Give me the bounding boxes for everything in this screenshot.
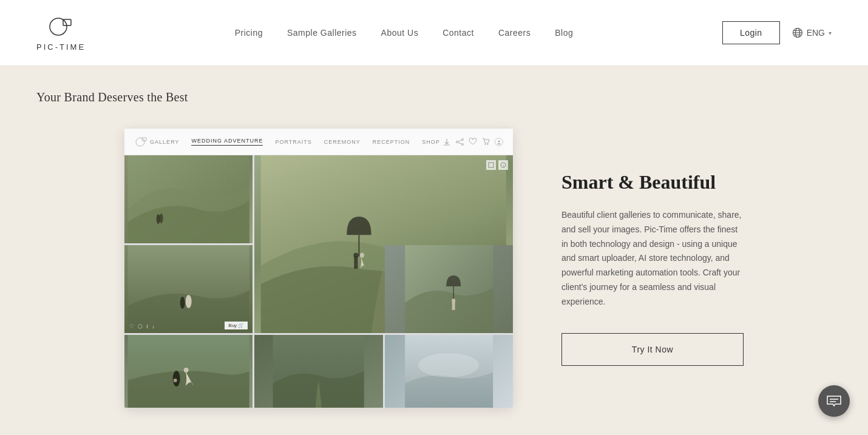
globe-icon bbox=[792, 27, 803, 38]
heart-icon: ♡ bbox=[129, 323, 134, 329]
corner-icon-2: i bbox=[498, 160, 508, 170]
svg-text:i: i bbox=[503, 164, 504, 167]
svg-point-11 bbox=[461, 138, 463, 140]
nav-blog[interactable]: Blog bbox=[555, 28, 573, 38]
next-arrow[interactable]: › bbox=[463, 432, 477, 435]
mockup-action-icons bbox=[442, 138, 503, 146]
logo[interactable]: PIC-TIME bbox=[36, 15, 86, 52]
site-header: PIC-TIME Pricing Sample Galleries About … bbox=[0, 0, 868, 66]
logo-text: PIC-TIME bbox=[36, 42, 86, 52]
buy-button-3[interactable]: Buy 🛒 bbox=[225, 322, 248, 329]
carousel-controls: ‹ › bbox=[36, 432, 832, 435]
gallery-mockup: GALLERY WEDDING ADVENTURE PORTRAITS CERE… bbox=[124, 129, 513, 408]
svg-point-37 bbox=[173, 371, 180, 386]
svg-point-24 bbox=[354, 253, 359, 258]
svg-point-7 bbox=[136, 138, 144, 146]
main-nav: Pricing Sample Galleries About Us Contac… bbox=[235, 28, 574, 38]
svg-point-17 bbox=[498, 140, 500, 142]
svg-line-14 bbox=[458, 142, 461, 143]
photo-cell-1 bbox=[124, 155, 253, 243]
info-icon: i bbox=[500, 162, 506, 168]
right-content: Smart & Beautiful Beautiful client galle… bbox=[561, 170, 744, 366]
svg-point-0 bbox=[50, 18, 67, 35]
nav-about-us[interactable]: About Us bbox=[381, 28, 419, 38]
mockup-header: GALLERY WEDDING ADVENTURE PORTRAITS CERE… bbox=[124, 129, 513, 155]
svg-point-38 bbox=[184, 368, 189, 373]
svg-point-39 bbox=[174, 379, 177, 382]
language-selector[interactable]: ENG ▾ bbox=[792, 27, 832, 38]
svg-point-30 bbox=[180, 297, 185, 309]
svg-point-12 bbox=[461, 143, 463, 145]
photo-scene-1 bbox=[124, 155, 253, 243]
nav-pricing[interactable]: Pricing bbox=[235, 28, 263, 38]
mockup-heart-icon bbox=[469, 138, 477, 146]
svg-rect-23 bbox=[354, 257, 358, 269]
photo-overlay-icons-3: ♡ ⬡ f ↓ bbox=[129, 323, 155, 329]
photo-cell-6 bbox=[254, 335, 382, 408]
nav-contact[interactable]: Contact bbox=[442, 28, 474, 38]
bookmark-icon: ⬡ bbox=[138, 323, 143, 329]
mockup-nav: GALLERY WEDDING ADVENTURE PORTRAITS CERE… bbox=[150, 138, 440, 146]
login-button[interactable]: Login bbox=[722, 21, 780, 44]
photo-cell-3: ♡ ⬡ f ↓ Buy 🛒 bbox=[124, 245, 253, 333]
mockup-avatar-icon bbox=[495, 138, 503, 146]
cell2-corner-icons: i bbox=[486, 160, 508, 170]
mockup-nav-wedding: WEDDING ADVENTURE bbox=[191, 138, 263, 146]
photo-grid: i bbox=[124, 155, 513, 408]
logo-icon bbox=[46, 15, 76, 39]
photo-cell-7 bbox=[385, 335, 513, 408]
svg-point-42 bbox=[418, 353, 479, 377]
mockup-logo-icon bbox=[134, 135, 147, 149]
main-content: Your Brand Deserves the Best GALLERY WED… bbox=[0, 66, 868, 435]
user-circle-icon bbox=[497, 140, 501, 144]
nav-careers[interactable]: Careers bbox=[498, 28, 531, 38]
language-label: ENG bbox=[807, 28, 825, 38]
chevron-down-icon: ▾ bbox=[829, 30, 832, 36]
share-icon: f bbox=[146, 323, 148, 329]
photo-scene-7 bbox=[385, 335, 513, 408]
photo-scene-3 bbox=[124, 245, 253, 333]
download-icon: ↓ bbox=[152, 323, 155, 329]
prev-arrow[interactable]: ‹ bbox=[391, 432, 405, 435]
mockup-nav-reception: RECEPTION bbox=[373, 139, 410, 145]
mockup-nav-ceremony: CEREMONY bbox=[324, 139, 361, 145]
svg-point-15 bbox=[484, 144, 486, 145]
mockup-nav-shop: SHOP bbox=[422, 139, 440, 145]
feature-description: Beautiful client galleries to communicat… bbox=[561, 208, 744, 309]
chat-icon bbox=[826, 395, 842, 407]
try-it-now-button[interactable]: Try It Now bbox=[561, 333, 744, 366]
svg-point-25 bbox=[360, 253, 364, 258]
header-right: Login ENG ▾ bbox=[722, 21, 832, 44]
photo-cell-5 bbox=[124, 335, 253, 408]
mockup-cart-icon bbox=[482, 138, 490, 146]
expand-icon bbox=[488, 162, 494, 168]
svg-rect-26 bbox=[489, 163, 493, 167]
content-area: GALLERY WEDDING ADVENTURE PORTRAITS CERE… bbox=[36, 129, 832, 408]
corner-icon-1 bbox=[486, 160, 496, 170]
svg-point-34 bbox=[452, 298, 455, 303]
mockup-nav-portraits: PORTRAITS bbox=[275, 139, 311, 145]
chat-widget[interactable] bbox=[818, 385, 850, 417]
svg-rect-35 bbox=[452, 303, 455, 310]
svg-point-31 bbox=[186, 295, 192, 308]
photo-cell-4 bbox=[385, 245, 513, 333]
photo-scene-4 bbox=[385, 245, 513, 333]
section-title: Your Brand Deserves the Best bbox=[36, 90, 832, 104]
svg-point-10 bbox=[456, 141, 458, 143]
svg-point-16 bbox=[487, 144, 488, 145]
svg-line-13 bbox=[458, 140, 461, 141]
photo-scene-5 bbox=[124, 335, 253, 408]
svg-point-20 bbox=[160, 214, 163, 223]
mockup-nav-gallery: GALLERY bbox=[150, 139, 179, 145]
mockup-download-icon bbox=[442, 138, 451, 146]
mockup-share-icon bbox=[456, 138, 464, 146]
nav-sample-galleries[interactable]: Sample Galleries bbox=[287, 28, 357, 38]
photo-scene-6 bbox=[254, 335, 382, 408]
feature-title: Smart & Beautiful bbox=[561, 170, 744, 194]
